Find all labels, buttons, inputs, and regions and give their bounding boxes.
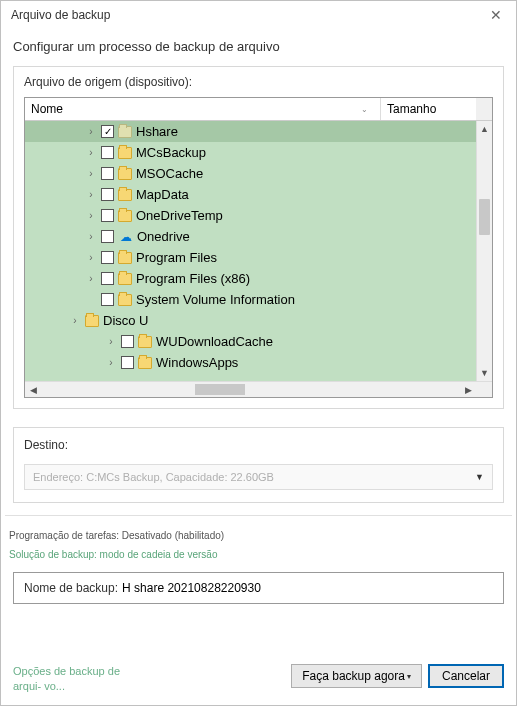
tree-item-label: MapData	[136, 187, 189, 202]
tree-body[interactable]: ›Hshare›MCsBackup›MSOCache›MapData›OneDr…	[25, 121, 476, 381]
tree-row[interactable]: ›System Volume Information	[25, 289, 476, 310]
checkbox[interactable]	[101, 209, 114, 222]
column-name[interactable]: Nome ⌄	[25, 98, 381, 120]
tree-item-label: Program Files (x86)	[136, 271, 250, 286]
folder-icon	[118, 210, 132, 222]
hscroll-thumb[interactable]	[195, 384, 245, 395]
folder-icon	[118, 168, 132, 180]
folder-icon	[118, 273, 132, 285]
tree-item-label: Onedrive	[137, 229, 190, 244]
window-title: Arquivo de backup	[11, 8, 110, 22]
checkbox[interactable]	[121, 335, 134, 348]
backup-name-row: Nome de backup:	[13, 572, 504, 604]
scroll-right-icon[interactable]: ▶	[460, 382, 476, 397]
tree-row[interactable]: ›Program Files (x86)	[25, 268, 476, 289]
backup-now-button[interactable]: Faça backup agora ▾	[291, 664, 422, 688]
tree-row[interactable]: ›Disco U	[25, 310, 476, 331]
tree-item-label: Hshare	[136, 124, 178, 139]
source-group: Arquivo de origem (dispositivo): Nome ⌄ …	[13, 66, 504, 409]
tree-row[interactable]: ›MSOCache	[25, 163, 476, 184]
tree-item-label: Program Files	[136, 250, 217, 265]
tree-item-label: WindowsApps	[156, 355, 238, 370]
tree-header: Nome ⌄ Tamanho	[25, 98, 492, 121]
tree-item-label: Disco U	[103, 313, 149, 328]
checkbox[interactable]	[101, 167, 114, 180]
expander-icon[interactable]: ›	[85, 210, 97, 221]
column-name-label: Nome	[31, 102, 63, 116]
expander-icon[interactable]: ›	[105, 336, 117, 347]
close-icon[interactable]: ✕	[486, 7, 506, 23]
checkbox[interactable]	[101, 230, 114, 243]
tree-item-label: MSOCache	[136, 166, 203, 181]
solution-text: Solução de backup: modo de cadeia de ver…	[1, 547, 516, 566]
checkbox[interactable]	[101, 251, 114, 264]
tree-row[interactable]: ›WUDownloadCache	[25, 331, 476, 352]
tree-row[interactable]: ›MCsBackup	[25, 142, 476, 163]
source-label: Arquivo de origem (dispositivo):	[24, 75, 493, 89]
dialog-subtitle: Configurar um processo de backup de arqu…	[1, 29, 516, 62]
expander-icon[interactable]: ›	[105, 357, 117, 368]
folder-icon	[118, 252, 132, 264]
checkbox[interactable]	[121, 356, 134, 369]
folder-icon	[118, 147, 132, 159]
tree-row[interactable]: ›MapData	[25, 184, 476, 205]
backup-name-input[interactable]	[122, 581, 493, 595]
tree-row[interactable]: ›☁Onedrive	[25, 226, 476, 247]
backup-now-label: Faça backup agora	[302, 669, 405, 683]
destination-label: Destino:	[24, 438, 493, 452]
destination-group: Destino: Endereço: C:MCs Backup, Capacid…	[13, 427, 504, 503]
backup-dialog: Arquivo de backup ✕ Configurar um proces…	[0, 0, 517, 706]
expander-icon[interactable]: ›	[69, 315, 81, 326]
expander-icon[interactable]: ›	[85, 231, 97, 242]
scroll-left-icon[interactable]: ◀	[25, 382, 41, 397]
horizontal-scrollbar[interactable]: ◀ ▶	[25, 381, 492, 397]
tree-item-label: WUDownloadCache	[156, 334, 273, 349]
checkbox[interactable]	[101, 146, 114, 159]
folder-icon	[85, 315, 99, 327]
options-link[interactable]: Opções de backup de arqui- vo...	[13, 664, 133, 693]
folder-icon	[118, 126, 132, 138]
folder-icon	[118, 294, 132, 306]
divider	[5, 515, 512, 516]
sort-caret-icon: ⌄	[361, 105, 368, 114]
checkbox[interactable]	[101, 125, 114, 138]
destination-combo-text: Endereço: C:MCs Backup, Capacidade: 22.6…	[33, 471, 274, 483]
backup-name-label: Nome de backup:	[24, 581, 118, 595]
scroll-corner	[476, 382, 492, 397]
column-size[interactable]: Tamanho	[381, 98, 476, 120]
folder-icon	[138, 357, 152, 369]
tree-item-label: OneDriveTemp	[136, 208, 223, 223]
vscroll-thumb[interactable]	[479, 199, 490, 235]
vertical-scrollbar[interactable]: ▲ ▼	[476, 121, 492, 381]
scroll-down-icon[interactable]: ▼	[477, 365, 492, 381]
expander-icon[interactable]: ›	[85, 147, 97, 158]
expander-icon[interactable]: ›	[85, 252, 97, 263]
tree-row[interactable]: ›Program Files	[25, 247, 476, 268]
folder-icon	[138, 336, 152, 348]
schedule-text: Programação de tarefas: Desativado (habi…	[1, 524, 516, 547]
cancel-label: Cancelar	[442, 669, 490, 683]
footer: Opções de backup de arqui- vo... Faça ba…	[1, 656, 516, 705]
tree-item-label: MCsBackup	[136, 145, 206, 160]
header-scroll-corner	[476, 98, 492, 120]
scroll-up-icon[interactable]: ▲	[477, 121, 492, 137]
cancel-button[interactable]: Cancelar	[428, 664, 504, 688]
file-tree: Nome ⌄ Tamanho ›Hshare›MCsBackup›MSOCach…	[24, 97, 493, 398]
chevron-down-icon: ▼	[475, 472, 484, 482]
expander-icon[interactable]: ›	[85, 189, 97, 200]
tree-row[interactable]: ›WindowsApps	[25, 352, 476, 373]
checkbox[interactable]	[101, 188, 114, 201]
tree-item-label: System Volume Information	[136, 292, 295, 307]
checkbox[interactable]	[101, 272, 114, 285]
tree-row[interactable]: ›Hshare	[25, 121, 476, 142]
expander-icon[interactable]: ›	[85, 273, 97, 284]
chevron-down-icon: ▾	[407, 672, 411, 681]
onedrive-icon: ☁	[118, 230, 133, 244]
destination-combo[interactable]: Endereço: C:MCs Backup, Capacidade: 22.6…	[24, 464, 493, 490]
expander-icon[interactable]: ›	[85, 168, 97, 179]
titlebar: Arquivo de backup ✕	[1, 1, 516, 29]
expander-icon[interactable]: ›	[85, 126, 97, 137]
folder-icon	[118, 189, 132, 201]
tree-row[interactable]: ›OneDriveTemp	[25, 205, 476, 226]
checkbox[interactable]	[101, 293, 114, 306]
